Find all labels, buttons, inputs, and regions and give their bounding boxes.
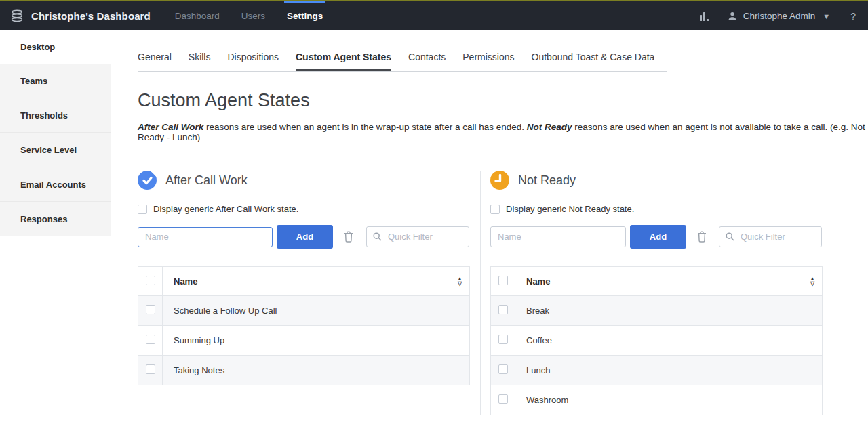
topbar-right: Christophe Admin ▼ ? xyxy=(699,11,856,22)
person-icon xyxy=(728,12,737,21)
sort-icon[interactable]: ▲▽ xyxy=(457,276,462,286)
sidebar-item-service-level[interactable]: Service Level xyxy=(0,133,111,167)
acw-delete-icon[interactable] xyxy=(344,231,353,243)
row-checkbox[interactable] xyxy=(498,364,508,374)
row-name: Break xyxy=(515,296,823,326)
tab-outbound-toast[interactable]: Outbound Toast & Case Data xyxy=(532,51,655,71)
section-after-call-work: After Call Work Display generic After Ca… xyxy=(138,171,480,415)
row-checkbox[interactable] xyxy=(498,335,508,344)
not-ready-table: Name ▲▽ Break Coff xyxy=(490,266,823,415)
sidebar-item-label: Service Level xyxy=(20,145,77,155)
dashboard-title: Christophe's Dashboard xyxy=(31,10,151,22)
chevron-down-icon: ▼ xyxy=(823,12,830,20)
table-row: Break xyxy=(491,296,823,326)
tab-permissions[interactable]: Permissions xyxy=(462,51,514,71)
table-row: Lunch xyxy=(491,356,823,385)
acw-select-all-checkbox[interactable] xyxy=(146,276,155,285)
row-name: Washroom xyxy=(515,385,823,415)
user-menu[interactable]: Christophe Admin ▼ xyxy=(728,11,830,21)
page-title: Custom Agent States xyxy=(138,90,868,111)
not-ready-delete-icon[interactable] xyxy=(697,231,707,243)
description-text: reasons are used when an agent is in the… xyxy=(203,122,527,132)
sidebar-item-responses[interactable]: Responses xyxy=(0,202,111,236)
tab-custom-agent-states[interactable]: Custom Agent States xyxy=(296,51,391,71)
not-ready-add-button[interactable]: Add xyxy=(630,225,686,249)
sidebar-item-thresholds[interactable]: Thresholds xyxy=(0,98,111,133)
nav-settings-label: Settings xyxy=(287,11,323,21)
acw-table-header-name: Name xyxy=(174,276,197,287)
row-name: Schedule a Follow Up Call xyxy=(163,296,470,326)
acw-table: Name ▲▽ Schedule a Follow Up Call xyxy=(138,266,470,385)
section-title: After Call Work xyxy=(165,173,248,188)
acw-quick-filter xyxy=(366,226,469,247)
row-checkbox[interactable] xyxy=(498,394,508,404)
row-name: Taking Notes xyxy=(163,356,470,385)
row-checkbox[interactable] xyxy=(146,364,155,374)
section-title: Not Ready xyxy=(518,173,576,188)
sidebar-item-label: Thresholds xyxy=(20,110,68,121)
description-emphasis: After Call Work xyxy=(138,122,203,132)
tab-skills[interactable]: Skills xyxy=(189,51,211,71)
after-call-work-clock-check-icon xyxy=(138,171,157,190)
not-ready-quick-filter-input[interactable] xyxy=(739,231,815,243)
section-not-ready: Not Ready Display generic Not Ready stat… xyxy=(480,171,822,415)
row-name: Summing Up xyxy=(163,326,470,356)
acw-name-input[interactable] xyxy=(138,227,273,247)
help-button[interactable]: ? xyxy=(850,11,856,22)
tab-dispositions[interactable]: Dispositions xyxy=(227,51,278,71)
table-row: Taking Notes xyxy=(138,356,470,385)
settings-content: General Skills Dispositions Custom Agent… xyxy=(111,30,868,441)
row-checkbox[interactable] xyxy=(498,305,508,314)
row-name: Lunch xyxy=(515,356,823,385)
top-navigation: Dashboard Users Settings xyxy=(174,1,344,30)
sidebar-item-label: Desktop xyxy=(20,42,55,52)
row-checkbox[interactable] xyxy=(146,335,155,344)
sidebar-item-label: Teams xyxy=(20,76,47,86)
sidebar-item-label: Responses xyxy=(20,214,67,224)
tab-contacts[interactable]: Contacts xyxy=(408,51,446,71)
acw-quick-filter-input[interactable] xyxy=(387,231,462,243)
nav-users-label: Users xyxy=(241,11,265,21)
not-ready-clock-icon xyxy=(490,171,509,190)
page-description: After Call Work reasons are used when an… xyxy=(138,122,868,142)
not-ready-select-all-checkbox[interactable] xyxy=(498,276,508,285)
not-ready-quick-filter xyxy=(719,226,822,247)
nav-users[interactable]: Users xyxy=(240,1,267,30)
search-icon xyxy=(373,232,382,241)
nav-dashboard-label: Dashboard xyxy=(175,11,220,21)
table-row: Washroom xyxy=(491,385,823,415)
table-row: Coffee xyxy=(491,326,823,356)
sidebar-item-label: Email Accounts xyxy=(20,180,86,190)
user-name: Christophe Admin xyxy=(743,11,816,21)
table-row: Summing Up xyxy=(138,326,470,356)
sort-icon[interactable]: ▲▽ xyxy=(810,276,815,286)
sidebar-item-teams[interactable]: Teams xyxy=(0,64,111,98)
sidebar: Desktop Teams Thresholds Service Level E… xyxy=(0,30,111,441)
brand: Christophe's Dashboard xyxy=(9,9,151,22)
topbar: Christophe's Dashboard Dashboard Users S… xyxy=(0,1,868,30)
agent-states-columns: After Call Work Display generic After Ca… xyxy=(138,171,868,415)
bar-chart-icon[interactable] xyxy=(699,12,709,21)
tab-general[interactable]: General xyxy=(138,51,172,71)
acw-add-button[interactable]: Add xyxy=(277,225,333,249)
nav-dashboard[interactable]: Dashboard xyxy=(174,1,221,30)
nav-settings[interactable]: Settings xyxy=(285,1,324,30)
not-ready-name-input[interactable] xyxy=(490,226,626,247)
sidebar-item-desktop[interactable]: Desktop xyxy=(0,30,111,64)
row-name: Coffee xyxy=(515,326,823,356)
sidebar-group: Teams Thresholds Service Level Email Acc… xyxy=(0,64,111,236)
table-row: Schedule a Follow Up Call xyxy=(138,296,470,326)
not-ready-table-header-name: Name xyxy=(526,276,550,287)
display-generic-acw-checkbox[interactable] xyxy=(138,205,147,214)
app-logo-icon xyxy=(9,9,24,22)
display-generic-not-ready-label: Display generic Not Ready state. xyxy=(506,204,634,214)
settings-tabs: General Skills Dispositions Custom Agent… xyxy=(138,30,667,72)
display-generic-not-ready-checkbox[interactable] xyxy=(490,205,500,214)
sidebar-item-email-accounts[interactable]: Email Accounts xyxy=(0,167,111,202)
description-emphasis: Not Ready xyxy=(527,122,572,132)
search-icon xyxy=(726,232,734,241)
display-generic-acw-label: Display generic After Call Work state. xyxy=(153,204,298,214)
row-checkbox[interactable] xyxy=(146,305,155,314)
